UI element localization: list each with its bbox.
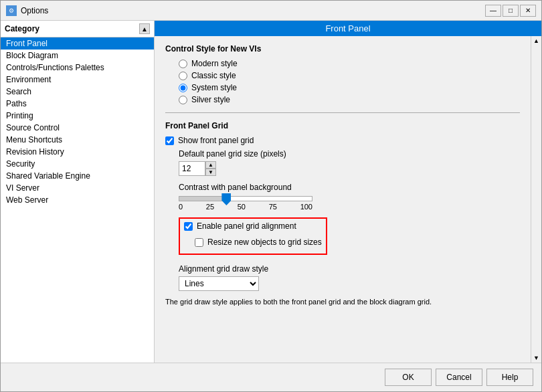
radio-system[interactable] [179, 84, 187, 92]
grid-size-input[interactable] [179, 161, 205, 176]
slider-label-75: 75 [269, 203, 277, 211]
dropdown-select: Lines Dots [179, 276, 520, 291]
sidebar-item-vi-server[interactable]: VI Server [1, 182, 154, 194]
show-grid-label: Show front panel grid [178, 136, 254, 145]
sidebar-scroll-up[interactable]: ▲ [139, 23, 150, 34]
ok-button[interactable]: OK [385, 369, 432, 386]
slider-container: 0 25 50 75 100 [179, 196, 520, 211]
cancel-button[interactable]: Cancel [436, 369, 482, 386]
enable-alignment-item: Enable panel grid alignment [184, 221, 322, 231]
slider-label-100: 100 [300, 203, 312, 211]
sidebar-list: Front PanelBlock DiagramControls/Functio… [1, 37, 154, 363]
radio-label-system: System style [191, 83, 237, 92]
title-bar: ⚙ Options — □ ✕ [1, 1, 541, 21]
sidebar-item-shared-variable-engine[interactable]: Shared Variable Engine [1, 170, 154, 182]
bottom-bar: OK Cancel Help [1, 363, 541, 391]
slider-label-25: 25 [206, 203, 214, 211]
sidebar-item-search[interactable]: Search [1, 86, 154, 98]
scroll-down-btn[interactable]: ▼ [532, 353, 541, 363]
show-grid-item: Show front panel grid [165, 136, 520, 145]
sidebar-item-environment[interactable]: Environment [1, 74, 154, 86]
radio-label-silver: Silver style [191, 95, 230, 104]
slider-labels: 0 25 50 75 100 [179, 203, 312, 211]
grid-size-group: Default panel grid size (pixels) ▲ ▼ [179, 149, 520, 176]
main-content: Category ▲ Front PanelBlock DiagramContr… [1, 21, 541, 363]
minimize-button[interactable]: — [485, 5, 501, 17]
sidebar: Category ▲ Front PanelBlock DiagramContr… [1, 21, 155, 363]
slider-label-50: 50 [238, 203, 246, 211]
radio-modern[interactable] [179, 60, 187, 68]
enable-alignment-checkbox[interactable] [184, 222, 193, 231]
window-icon: ⚙ [6, 5, 17, 16]
sidebar-header-label: Category [5, 24, 39, 33]
sidebar-item-controls-functions[interactable]: Controls/Functions Palettes [1, 62, 154, 74]
help-button[interactable]: Help [486, 369, 533, 386]
spinner-down[interactable]: ▼ [205, 169, 216, 176]
window-controls: — □ ✕ [485, 5, 536, 17]
slider-fill [179, 197, 225, 201]
sidebar-item-security[interactable]: Security [1, 158, 154, 170]
spinner-buttons: ▲ ▼ [205, 161, 216, 176]
radio-label-classic: Classic style [191, 71, 236, 80]
grid-section-title: Front Panel Grid [165, 121, 520, 130]
panel-body: Control Style for New VIs Modern styleCl… [155, 36, 531, 363]
alignment-style-select[interactable]: Lines Dots [179, 276, 259, 291]
radio-label-modern: Modern style [191, 59, 238, 68]
sidebar-item-front-panel[interactable]: Front Panel [1, 37, 154, 50]
slider-label-0: 0 [179, 203, 183, 211]
radio-group: Modern styleClassic styleSystem styleSil… [179, 59, 520, 104]
maximize-button[interactable]: □ [503, 5, 519, 17]
radio-item-silver: Silver style [179, 95, 520, 104]
grid-size-label: Default panel grid size (pixels) [179, 149, 520, 159]
right-scrollbar[interactable]: ▲ ▼ [531, 36, 541, 363]
sidebar-item-web-server[interactable]: Web Server [1, 194, 154, 206]
control-style-title: Control Style for New VIs [165, 44, 520, 54]
options-window: ⚙ Options — □ ✕ Category ▲ Front PanelBl… [0, 0, 542, 392]
radio-item-system: System style [179, 83, 520, 92]
radio-item-classic: Classic style [179, 71, 520, 80]
alignment-style-label: Alignment grid draw style [179, 264, 520, 274]
sidebar-header: Category ▲ [1, 21, 154, 37]
window-title: Options [21, 6, 481, 15]
footer-note: The grid draw style applies to both the … [165, 298, 486, 306]
radio-classic[interactable] [179, 72, 187, 80]
sidebar-item-printing[interactable]: Printing [1, 110, 154, 122]
sidebar-item-menu-shortcuts[interactable]: Menu Shortcuts [1, 134, 154, 146]
close-button[interactable]: ✕ [520, 5, 536, 17]
highlight-box: Enable panel grid alignment Resize new o… [179, 217, 327, 255]
enable-alignment-label: Enable panel grid alignment [197, 221, 296, 231]
sidebar-item-source-control[interactable]: Source Control [1, 122, 154, 134]
show-grid-checkbox[interactable] [165, 136, 174, 145]
contrast-label: Contrast with panel background [179, 183, 520, 192]
radio-silver[interactable] [179, 96, 187, 104]
resize-objects-item: Resize new objects to grid sizes [195, 237, 322, 247]
section-divider-1 [165, 112, 520, 113]
resize-objects-label: Resize new objects to grid sizes [207, 237, 322, 247]
sidebar-item-revision-history[interactable]: Revision History [1, 146, 154, 158]
slider-track[interactable] [179, 196, 312, 201]
right-panel: Front Panel Control Style for New VIs Mo… [155, 21, 541, 363]
radio-item-modern: Modern style [179, 59, 520, 68]
sidebar-item-block-diagram[interactable]: Block Diagram [1, 50, 154, 62]
panel-header: Front Panel [155, 21, 541, 36]
sidebar-item-paths[interactable]: Paths [1, 98, 154, 110]
resize-objects-checkbox[interactable] [195, 238, 203, 247]
scroll-up-btn[interactable]: ▲ [532, 36, 541, 45]
alignment-style-group: Alignment grid draw style Lines Dots [179, 264, 520, 291]
spinner-up[interactable]: ▲ [205, 161, 216, 169]
spinner-container: ▲ ▼ [179, 161, 520, 176]
